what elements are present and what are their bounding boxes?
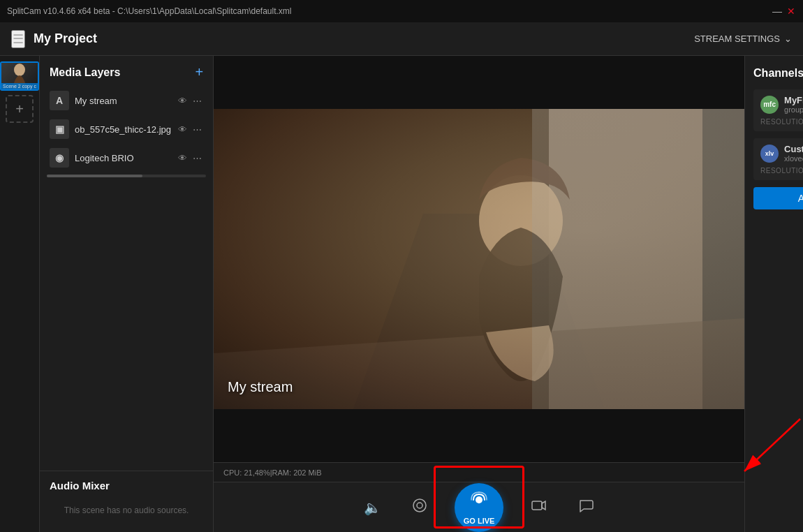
main-layout: Scene 2 copy c + Media Layers + A My str… bbox=[0, 56, 803, 532]
svg-point-7 bbox=[413, 499, 426, 512]
channel-row: xlv Custom xlovecam.com ⚙ 🗑 bbox=[760, 144, 803, 163]
volume-button[interactable]: 🔈 bbox=[360, 495, 385, 520]
scene-thumbnail[interactable]: Scene 2 copy c bbox=[0, 61, 39, 91]
record-icon bbox=[531, 498, 546, 517]
more-options-button[interactable]: ⋯ bbox=[191, 94, 203, 108]
layer-name: ob_557c5e_thicc-12.jpg bbox=[75, 124, 171, 135]
layer-item[interactable]: ◉ Logitech BRIO 👁 ⋯ bbox=[43, 144, 210, 172]
audio-mixer-section: Audio Mixer This scene has no audio sour… bbox=[40, 471, 213, 532]
layer-name: My stream bbox=[75, 96, 171, 106]
layer-item[interactable]: A My stream 👁 ⋯ bbox=[43, 87, 210, 114]
project-title: My Project bbox=[34, 31, 97, 46]
broadcast-icon bbox=[469, 490, 489, 514]
channels-title: Channels bbox=[753, 67, 803, 80]
close-button[interactable]: ✕ bbox=[786, 6, 796, 16]
more-options-button[interactable]: ⋯ bbox=[191, 123, 203, 136]
layer-actions: 👁 ⋯ bbox=[177, 94, 203, 108]
mfc-resolution: RESOLUTION 1920x1080 FPS 60 bbox=[760, 118, 803, 126]
status-bar: CPU: 21,48% | RAM: 202 MiB bbox=[214, 462, 744, 482]
volume-icon: 🔈 bbox=[364, 499, 381, 516]
record-button[interactable] bbox=[526, 495, 551, 520]
custom-logo: xlv bbox=[760, 145, 779, 163]
more-options-button[interactable]: ⋯ bbox=[191, 152, 203, 165]
app-title: SplitCam v10.4.66 x64 beta - C:\Users\1\… bbox=[7, 6, 292, 16]
visibility-button[interactable]: 👁 bbox=[177, 94, 189, 108]
layers-list: A My stream 👁 ⋯ ▣ ob_557c5e_thicc-12.jpg… bbox=[40, 86, 213, 471]
layer-name: Logitech BRIO bbox=[75, 153, 171, 163]
custom-sub: xlovecam.com bbox=[784, 154, 803, 163]
menu-button[interactable]: ☰ bbox=[11, 30, 25, 48]
audio-mixer-title: Audio Mixer bbox=[50, 480, 203, 492]
channel-card-custom: xlv Custom xlovecam.com ⚙ 🗑 RESOLUTION 1… bbox=[753, 138, 803, 180]
svg-point-8 bbox=[417, 503, 422, 508]
scene-label: Scene 2 copy c bbox=[1, 83, 38, 89]
image-icon: ▣ bbox=[55, 124, 64, 135]
text-icon: A bbox=[56, 95, 63, 106]
channels-header: Channels ⟳ Restream i bbox=[753, 64, 803, 82]
chat-icon bbox=[578, 498, 594, 517]
visibility-button[interactable]: 👁 bbox=[177, 123, 189, 136]
text-layer-icon: A bbox=[50, 91, 69, 110]
preview-label: My stream bbox=[228, 379, 293, 395]
image-layer-icon: ▣ bbox=[50, 119, 69, 139]
ram-status: RAM: 202 MiB bbox=[272, 468, 322, 477]
preview-area: My stream ◀ CPU: 21,48% | RAM: 202 MiB 🔈 bbox=[214, 56, 744, 532]
chat-button[interactable] bbox=[573, 495, 598, 520]
camera-settings-button[interactable] bbox=[407, 495, 432, 520]
custom-resolution: RESOLUTION 1280x720 FPS 30 bbox=[760, 167, 803, 175]
layers-panel: Media Layers + A My stream 👁 ⋯ ▣ ob_ bbox=[40, 56, 214, 532]
chevron-down-icon: ⌄ bbox=[784, 34, 792, 44]
stream-settings-button[interactable]: STREAM SETTINGS ⌄ bbox=[694, 34, 792, 44]
audio-empty-message: This scene has no audio sources. bbox=[50, 497, 203, 524]
preview-background: My stream bbox=[214, 109, 744, 409]
channel-row: mfc MyFreeCams group chat ⚙ 🗑 bbox=[760, 95, 803, 114]
scroll-thumb bbox=[47, 175, 142, 177]
layer-actions: 👁 ⋯ bbox=[177, 123, 203, 136]
svg-point-0 bbox=[14, 64, 25, 76]
minimize-button[interactable]: — bbox=[772, 6, 782, 16]
header: ☰ My Project STREAM SETTINGS ⌄ bbox=[0, 22, 803, 56]
go-live-button[interactable]: GO LIVE bbox=[455, 483, 503, 532]
scroll-indicator bbox=[47, 175, 206, 177]
bottom-toolbar: 🔈 bbox=[214, 482, 744, 532]
mfc-name: MyFreeCams bbox=[784, 95, 803, 105]
channel-card-mfc: mfc MyFreeCams group chat ⚙ 🗑 RESOLUTION… bbox=[753, 89, 803, 131]
cpu-status: CPU: 21,48% bbox=[223, 468, 270, 477]
custom-info: Custom xlovecam.com bbox=[784, 144, 803, 163]
stream-settings-label: STREAM SETTINGS bbox=[694, 34, 780, 44]
go-live-label: GO LIVE bbox=[464, 517, 495, 525]
camera-layer-icon: ◉ bbox=[50, 148, 69, 168]
custom-logo-text: xlv bbox=[765, 150, 774, 157]
layer-actions: 👁 ⋯ bbox=[177, 152, 203, 165]
add-scene-button[interactable]: + bbox=[6, 95, 34, 123]
svg-point-9 bbox=[476, 496, 482, 503]
camera-icon: ◉ bbox=[55, 152, 64, 163]
add-layer-button[interactable]: + bbox=[195, 64, 203, 80]
mfc-info: MyFreeCams group chat bbox=[784, 95, 803, 114]
preview-image: My stream bbox=[214, 109, 744, 409]
visibility-button[interactable]: 👁 bbox=[177, 152, 189, 165]
mfc-logo: mfc bbox=[760, 96, 779, 114]
custom-name: Custom bbox=[784, 144, 803, 154]
camera-settings-icon bbox=[412, 498, 427, 517]
channels-panel: Channels ⟳ Restream i mfc MyFreeCams gro… bbox=[744, 56, 803, 532]
preview-container: My stream ◀ bbox=[214, 56, 744, 462]
layers-header: Media Layers + bbox=[40, 56, 213, 86]
layers-title: Media Layers bbox=[50, 66, 120, 79]
title-bar: SplitCam v10.4.66 x64 beta - C:\Users\1\… bbox=[0, 0, 803, 22]
layer-item[interactable]: ▣ ob_557c5e_thicc-12.jpg 👁 ⋯ bbox=[43, 115, 210, 143]
scenes-panel: Scene 2 copy c + bbox=[0, 56, 40, 532]
mfc-sub: group chat bbox=[784, 105, 803, 114]
svg-rect-10 bbox=[532, 501, 542, 510]
add-channel-button[interactable]: Add channel bbox=[753, 187, 803, 209]
mfc-logo-text: mfc bbox=[763, 101, 776, 108]
